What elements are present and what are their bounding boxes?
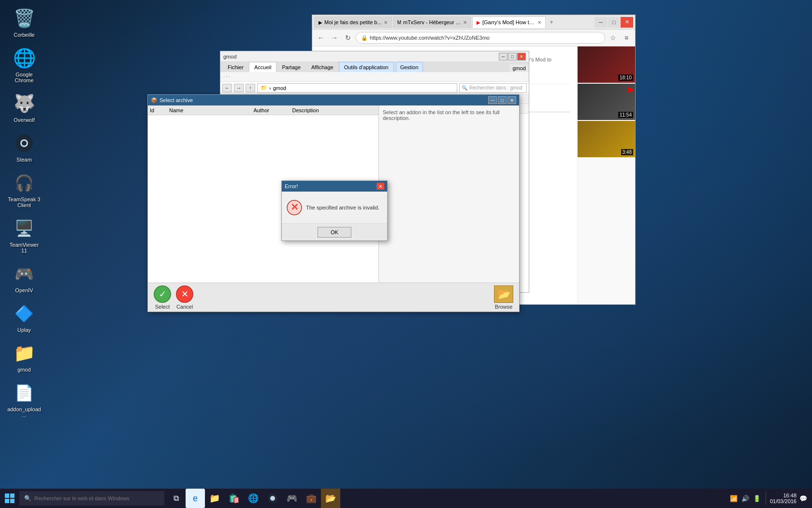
desktop-icon-overwolf[interactable]: 🐺 Overwolf — [5, 90, 44, 125]
openiv-label: OpenIV — [15, 287, 33, 293]
tab3-favicon: ▶ — [477, 20, 480, 25]
sa-col-description[interactable]: Description — [292, 107, 377, 113]
taskbar-search-input[interactable] — [34, 495, 141, 501]
browser-menu-btn[interactable]: ≡ — [621, 32, 632, 44]
browser-tab-2[interactable]: M mTxServ - Hébergeur ser... ✕ — [393, 16, 471, 28]
browser-forward-btn[interactable]: → — [329, 32, 340, 44]
error-close-btn[interactable]: ✕ — [377, 183, 384, 190]
browser-close-btn[interactable]: ✕ — [621, 17, 633, 28]
fe-minimize-btn[interactable]: ─ — [499, 53, 508, 60]
teamspeak-icon: 🎧 — [13, 171, 36, 194]
browser-refresh-btn[interactable]: ↻ — [342, 32, 354, 44]
browser-controls: ← → ↻ 🔒 https://www.youtube.com/watch?v=… — [312, 30, 635, 46]
tab2-close-btn[interactable]: ✕ — [463, 20, 467, 25]
sa-col-author[interactable]: Author — [254, 107, 292, 113]
desktop-icon-chrome[interactable]: 🌐 Google Chrome — [5, 45, 44, 85]
sa-maximize-btn[interactable]: □ — [498, 96, 507, 104]
taskbar-app-icons: ⧉ e 📁 🛍️ 🌐 🎮 💼 📂 — [164, 489, 342, 508]
taskbar-clock[interactable]: 16:48 01/03/2016 — [770, 493, 797, 504]
taskbar-task-view-btn[interactable]: ⧉ — [166, 489, 186, 508]
desktop-icon-teamviewer[interactable]: 🖥️ TeamViewer 11 — [5, 215, 44, 255]
desktop-icon-addon-upload[interactable]: 📄 addon_upload... — [5, 379, 44, 420]
sa-minimize-btn[interactable]: ─ — [488, 96, 497, 104]
fe-close-btn[interactable]: ✕ — [517, 53, 526, 60]
fe-search-box[interactable]: 🔍 Rechercher dans : gmod — [459, 83, 527, 93]
taskbar-app-icon-1[interactable]: 💼 — [302, 489, 321, 508]
desktop-icon-teamspeak[interactable]: 🎧 TeamSpeak 3 Client — [5, 169, 44, 210]
ribbon-tab-fichier[interactable]: Fichier — [222, 62, 249, 72]
browser-window-controls: ─ □ ✕ — [594, 17, 633, 28]
tray-network-icon[interactable]: 📶 — [729, 493, 739, 503]
browser-url-bar[interactable]: 🔒 https://www.youtube.com/watch?v=xZhUZo… — [356, 32, 605, 44]
file-explorer-window-controls: ─ □ ✕ — [499, 53, 526, 60]
tab3-close-btn[interactable]: ✕ — [537, 20, 541, 25]
error-icon: ✕ — [287, 200, 302, 215]
fe-forward-btn[interactable]: → — [234, 84, 244, 92]
overwolf-label: Overwolf — [14, 117, 34, 123]
cancel-btn-icon: ✕ — [176, 285, 193, 303]
browser-back-btn[interactable]: ← — [315, 32, 327, 44]
taskbar-file-explorer-icon[interactable]: 📁 — [205, 489, 224, 508]
ribbon-tab-accueil[interactable]: Accueil — [249, 62, 276, 72]
thumbnail1-duration: 18:10 — [618, 75, 633, 81]
sa-col-name[interactable]: Name — [169, 107, 254, 113]
desktop-icon-steam[interactable]: Steam — [5, 130, 44, 164]
desktop-icon-gmod[interactable]: 📁 gmod — [5, 340, 44, 374]
browser-tab-3[interactable]: ▶ [Garry's Mod] How to extr... ✕ — [472, 16, 546, 28]
browser-tab-1[interactable]: ▶ Moi je fais des petite b... ✕ — [314, 16, 392, 28]
file-explorer-titlebar: gmod ─ □ ✕ — [220, 51, 529, 62]
tab1-favicon: ▶ — [319, 20, 322, 25]
taskbar-search[interactable]: 🔍 — [19, 491, 164, 506]
new-tab-button[interactable]: + — [547, 17, 556, 28]
taskbar-folder-icon[interactable]: 📂 — [321, 489, 340, 508]
cancel-button[interactable]: ✕ Cancel — [176, 285, 193, 310]
tab1-close-btn[interactable]: ✕ — [384, 20, 388, 25]
ribbon-tab-partage[interactable]: Partage — [276, 62, 306, 72]
ribbon-tab-affichage[interactable]: Affichage — [306, 62, 339, 72]
yt-thumbnail-1[interactable]: 18:10 — [578, 46, 635, 83]
sa-col-id[interactable]: Id — [150, 107, 169, 113]
browse-icon: 📂 — [494, 285, 513, 303]
ribbon-tab-tools[interactable]: Outils d'application — [339, 62, 394, 72]
addon-upload-label: addon_upload... — [7, 406, 42, 418]
select-archive-titlebar: 📦 Select archive ─ □ ✕ — [148, 95, 519, 105]
start-button[interactable] — [0, 489, 19, 508]
taskbar-store-icon[interactable]: 🛍️ — [224, 489, 244, 508]
cancel-btn-label: Cancel — [176, 304, 193, 310]
error-dialog: Error! ✕ ✕ The specified archive is inva… — [281, 180, 388, 241]
fe-path-bar[interactable]: 📁 › gmod — [257, 83, 457, 93]
browser-maximize-btn[interactable]: □ — [608, 17, 620, 28]
error-dialog-titlebar: Error! ✕ — [282, 181, 387, 192]
sa-list-headers: Id Name Author Description — [148, 105, 378, 115]
ribbon-tab-gestion[interactable]: Gestion — [396, 62, 423, 72]
yt-thumbnail-2[interactable]: ▶ 11:54 — [578, 84, 635, 120]
steam-icon — [13, 132, 36, 155]
sa-footer: ✓ Select ✕ Cancel 📂 Browse — [148, 283, 519, 312]
select-button[interactable]: ✓ Select — [154, 285, 171, 310]
desktop-icon-uplay[interactable]: 🔷 Uplay — [5, 300, 44, 335]
fe-back-btn[interactable]: ← — [222, 84, 232, 92]
fe-maximize-btn[interactable]: □ — [508, 53, 517, 60]
error-dialog-title: Error! — [285, 183, 298, 189]
sa-close-btn[interactable]: ✕ — [508, 96, 516, 104]
tray-battery-icon[interactable]: 🔋 — [752, 493, 762, 503]
browser-minimize-btn[interactable]: ─ — [594, 17, 607, 28]
trash-icon: 🗑️ — [13, 7, 36, 30]
desktop-icon-corbeille[interactable]: 🗑️ Corbeille — [5, 5, 44, 40]
browser-star-btn[interactable]: ☆ — [607, 32, 619, 44]
taskbar-chrome-icon[interactable]: 🌐 — [244, 489, 263, 508]
tab2-favicon: M — [397, 20, 401, 25]
teamviewer-label: TeamViewer 11 — [7, 242, 42, 254]
yt-thumbnail-3[interactable]: 3:48 — [578, 121, 635, 157]
fe-up-btn[interactable]: ↑ — [246, 84, 255, 92]
tray-volume-icon[interactable]: 🔊 — [740, 493, 750, 503]
taskbar-ie-icon[interactable]: e — [186, 489, 205, 508]
steam-taskbar-icon — [267, 493, 278, 504]
taskbar-gmod-icon[interactable]: 🎮 — [282, 489, 302, 508]
browse-button[interactable]: 📂 Browse — [494, 285, 513, 310]
tray-notification-icon[interactable]: 💬 — [798, 493, 808, 503]
taskbar: 🔍 ⧉ e 📁 🛍️ 🌐 🎮 💼 — [0, 489, 812, 508]
error-ok-button[interactable]: OK — [318, 227, 351, 238]
taskbar-steam-icon[interactable] — [263, 489, 282, 508]
desktop-icon-openiv[interactable]: 🎮 OpenIV — [5, 260, 44, 295]
